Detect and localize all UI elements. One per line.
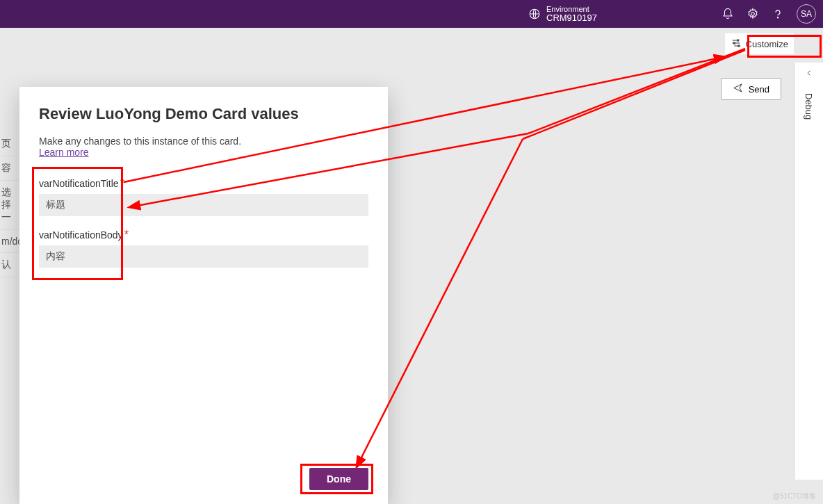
gear-icon[interactable]: [747, 8, 759, 20]
bg-fragment: m/do: [0, 230, 21, 253]
app-header: Environment CRM910197 SA: [0, 0, 823, 28]
bg-fragment: 页: [0, 132, 21, 156]
notification-body-input[interactable]: [39, 245, 368, 268]
environment-selector[interactable]: Environment CRM910197: [0, 5, 597, 23]
svg-point-2: [777, 17, 778, 18]
sliders-icon: [731, 38, 742, 51]
required-marker: *: [120, 177, 124, 189]
svg-point-1: [751, 13, 755, 16]
required-marker: *: [124, 229, 129, 241]
environment-icon: [528, 8, 541, 20]
review-card-modal: Review LuoYong Demo Card values Make any…: [19, 87, 388, 504]
bg-fragment: 选择一: [0, 181, 21, 230]
send-button[interactable]: Send: [721, 78, 781, 100]
environment-name: CRM910197: [546, 13, 597, 23]
stage: 页 容 选择一 m/do 认 Customize Send Debug: [0, 28, 823, 504]
send-icon: [733, 83, 743, 95]
customize-button[interactable]: Customize: [725, 33, 794, 54]
modal-subtitle: Make any changes to this instance of thi…: [39, 136, 368, 147]
debug-label: Debug: [804, 93, 814, 120]
send-label: Send: [749, 84, 769, 95]
modal-title: Review LuoYong Demo Card values: [39, 105, 368, 123]
background-panel: 页 容 选择一 m/do 认: [0, 132, 21, 277]
watermark: @51CTO博客: [773, 491, 816, 501]
field-label: varNotificationTitle: [39, 178, 119, 189]
bell-icon[interactable]: [722, 8, 734, 20]
avatar[interactable]: SA: [797, 4, 816, 24]
learn-more-link[interactable]: Learn more: [39, 147, 368, 158]
field-notification-body: varNotificationBody*: [39, 229, 368, 268]
svg-point-3: [737, 39, 739, 41]
debug-rail[interactable]: Debug: [794, 63, 823, 480]
bg-fragment: 容: [0, 156, 21, 181]
customize-label: Customize: [746, 39, 788, 49]
chevron-left-icon[interactable]: [805, 68, 813, 79]
notification-title-input[interactable]: [39, 194, 368, 216]
bg-fragment: 认: [0, 253, 21, 277]
field-label: varNotificationBody: [39, 229, 123, 241]
help-icon[interactable]: [772, 8, 784, 20]
field-notification-title: varNotificationTitle*: [39, 177, 368, 216]
done-button[interactable]: Done: [309, 468, 368, 490]
